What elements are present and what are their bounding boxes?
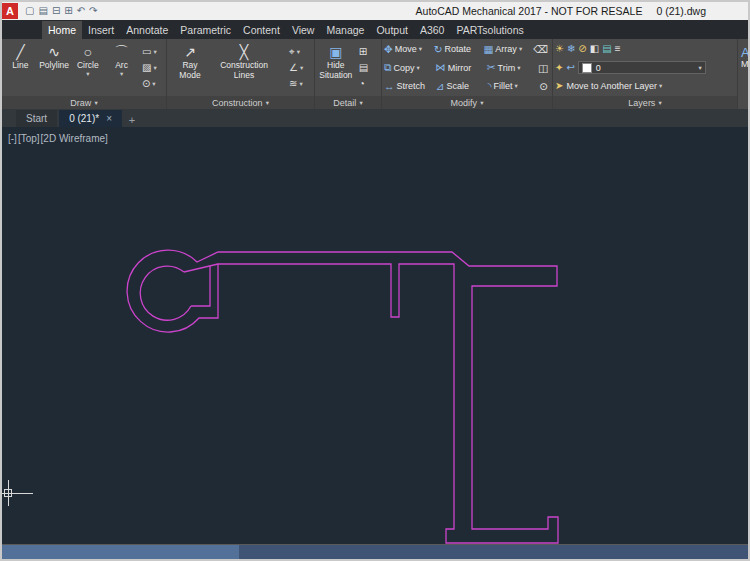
offset-line-button[interactable]: ≋ ▾ — [287, 77, 311, 90]
circle-button[interactable]: ○ Circle ▾ — [72, 41, 103, 94]
redo-icon[interactable]: ↷ — [89, 3, 97, 19]
offset-icon[interactable]: ⊙ — [539, 80, 550, 92]
hatch-button[interactable]: ▨ ▾ — [140, 61, 163, 74]
open-icon[interactable]: ▤ — [38, 3, 47, 19]
chevron-down-icon: ▾ — [152, 81, 155, 87]
viewport-visual-style-control[interactable]: [2D Wireframe] — [41, 133, 108, 144]
construction-lines-button[interactable]: ╳ Construction Lines — [213, 41, 275, 94]
ribbon-panel-detail: ▣ Hide Situation ⊞ ▤ ◔ Detail — [315, 39, 382, 109]
file-tab-start[interactable]: Start — [16, 110, 57, 127]
layer-select[interactable]: 0 ▾ — [578, 61, 706, 74]
ribbon-panel-construction: ↗ Ray Mode ╳ Construction Lines ⌖ ▾ ∠ — [167, 39, 315, 109]
undo-icon[interactable]: ↶ — [77, 3, 85, 19]
ribbon-tab-output[interactable]: Output — [370, 21, 414, 39]
mirror-icon: ⋈ — [435, 62, 446, 73]
trim-label: Trim — [498, 63, 516, 73]
centerline-button[interactable]: ⌖ ▾ — [287, 45, 311, 58]
array-button[interactable]: ▦ Array ▾ — [483, 44, 530, 55]
move-to-layer-label: Move to Another Layer — [566, 81, 657, 91]
rotate-button[interactable]: ↻ Rotate — [434, 44, 481, 55]
fillet-button[interactable]: ◝ Fillet ▾ — [487, 81, 536, 92]
copy-button[interactable]: ⧉ Copy ▾ — [384, 62, 432, 73]
region-button[interactable]: ⊙ ▾ — [140, 77, 163, 90]
viewport-view-control[interactable]: [Top] — [18, 133, 40, 144]
arc-button[interactable]: ⌒ Arc ▾ — [106, 41, 137, 94]
hide-situation-label-1: Hide — [327, 61, 344, 70]
trim-button[interactable]: ✂ Trim ▾ — [487, 62, 535, 73]
erase-icon[interactable]: ⌫ — [533, 43, 550, 55]
panel-label-detail[interactable]: Detail ▾ — [315, 96, 381, 109]
app-window: A ▢ ▤ ⊟ ⊞ ↶ ↷ AutoCAD Mechanical 2017 - … — [0, 0, 750, 561]
layer-color-swatch — [582, 63, 592, 73]
new-detail-icon: ⊞ — [359, 46, 367, 57]
angle-line-icon: ∠ — [289, 62, 298, 73]
ribbon-tab-partsolutions[interactable]: PARTsolutions — [450, 21, 529, 39]
polyline-button[interactable]: ∿ Polyline — [39, 41, 70, 94]
panel-label-modify[interactable]: Modify ▾ — [382, 96, 552, 109]
layer-isolate-icon[interactable]: ◧ — [590, 43, 599, 55]
viewport-menu-control[interactable]: [-] — [8, 133, 17, 144]
save-icon[interactable]: ⊟ — [52, 3, 60, 19]
layer-properties-icon[interactable]: ▤ — [602, 43, 611, 55]
angle-line-button[interactable]: ∠ ▾ — [287, 61, 311, 74]
ribbon-tab-parametric[interactable]: Parametric — [174, 21, 237, 39]
profile-notch-path — [191, 266, 210, 306]
mirror-button[interactable]: ⋈ Mirror — [435, 62, 483, 73]
new-icon[interactable]: ▢ — [25, 3, 34, 19]
layer-on-icon[interactable]: ☀ — [555, 43, 564, 55]
detail-scale-icon: ◔ — [359, 78, 365, 89]
stretch-label: Stretch — [397, 81, 426, 91]
move-button[interactable]: ✥ Move ▾ — [384, 44, 431, 55]
line-icon: ╱ — [16, 45, 24, 60]
ribbon-tab-annotate[interactable]: Annotate — [120, 21, 174, 39]
layer-off-icon[interactable]: ⊘ — [578, 43, 586, 55]
fillet-label: Fillet — [494, 81, 513, 91]
ribbon-tab-manage[interactable]: Manage — [320, 21, 370, 39]
ribbon-tab-home[interactable]: Home — [42, 21, 82, 39]
rotate-label: Rotate — [445, 44, 472, 54]
move-to-layer-icon: ➤ — [555, 80, 563, 92]
panel-label-layers[interactable]: Layers ▾ — [553, 96, 737, 109]
layers-panel-title: Layers — [628, 98, 655, 108]
layer-freeze-icon[interactable]: ❄ — [567, 43, 575, 55]
command-line-segment[interactable] — [2, 545, 239, 560]
new-drawing-tab-button[interactable]: + — [124, 112, 140, 127]
ribbon-tab-view[interactable]: View — [286, 21, 321, 39]
section-view-button[interactable]: ▤ — [357, 61, 378, 74]
make-current-layer-icon[interactable]: ✦ — [555, 62, 563, 74]
close-tab-icon[interactable]: × — [106, 113, 112, 124]
drawing-canvas[interactable]: [-] [Top] [2D Wireframe] — [2, 127, 748, 544]
section-view-icon: ▤ — [359, 62, 368, 73]
command-line-bar[interactable] — [2, 544, 748, 560]
explode-icon[interactable]: ◫ — [538, 62, 550, 74]
layer-list-icon[interactable]: ≡ — [615, 43, 621, 55]
multiline-text-button-clipped[interactable]: A Mut — [738, 39, 748, 109]
circle-icon: ○ — [84, 45, 92, 60]
panel-label-construction[interactable]: Construction ▾ — [167, 96, 314, 109]
file-tab-drawing[interactable]: 0 (21)* × — [59, 110, 122, 127]
panel-label-draw[interactable]: Draw ▾ — [2, 96, 166, 109]
ribbon-tab-content[interactable]: Content — [237, 21, 286, 39]
chevron-down-icon: ▾ — [699, 65, 702, 71]
quick-access-toolbar: ▢ ▤ ⊟ ⊞ ↶ ↷ — [25, 3, 97, 19]
rectangle-button[interactable]: ▭ ▾ — [140, 45, 163, 58]
line-button[interactable]: ╱ Line — [5, 41, 36, 94]
scale-button[interactable]: ⊿ Scale — [436, 81, 485, 92]
array-icon: ▦ — [483, 44, 493, 55]
ray-mode-button[interactable]: ↗ Ray Mode — [170, 41, 210, 94]
chevron-down-icon: ▾ — [153, 65, 156, 71]
move-to-another-layer-button[interactable]: Move to Another Layer ▾ — [566, 81, 662, 91]
hide-situation-button[interactable]: ▣ Hide Situation — [318, 41, 354, 94]
stretch-button[interactable]: ↔ Stretch — [384, 81, 433, 92]
autocad-logo-icon[interactable]: A — [2, 3, 18, 19]
plot-icon[interactable]: ⊞ — [64, 3, 72, 19]
region-icon: ⊙ — [142, 78, 150, 89]
line-label: Line — [12, 61, 28, 70]
new-detail-button[interactable]: ⊞ — [357, 45, 378, 58]
detail-scale-button[interactable]: ◔ — [357, 77, 378, 90]
ribbon-tab-a360[interactable]: A360 — [414, 21, 451, 39]
ribbon-tab-insert[interactable]: Insert — [82, 21, 120, 39]
chevron-down-icon: ▾ — [359, 100, 362, 106]
layer-previous-icon[interactable]: ↩ — [566, 62, 574, 74]
status-bar-segment — [239, 545, 748, 560]
